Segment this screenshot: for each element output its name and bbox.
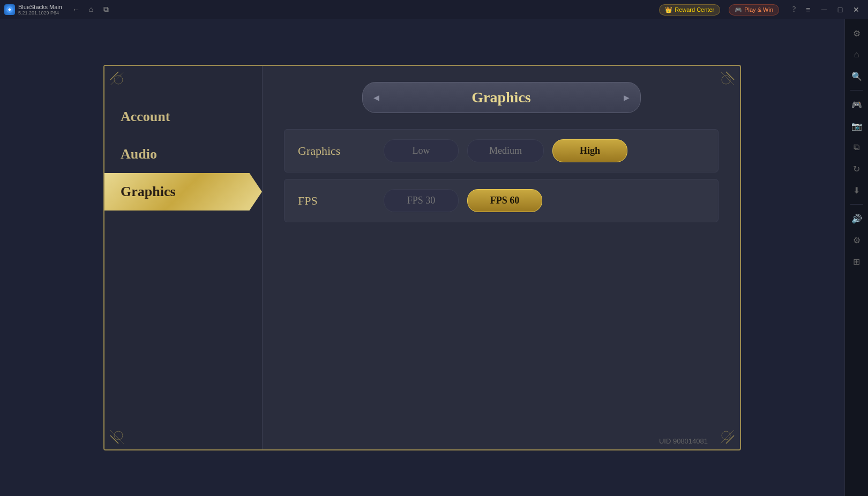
app-version-label: 5.21.201.1029 P64 [18, 10, 62, 16]
menu-button[interactable]: ≡ [800, 3, 815, 16]
corner-decoration-tl [108, 69, 129, 91]
fps-row: FPS FPS 30 FPS 60 [284, 179, 719, 222]
right-sidebar: ⚙ ⌂ 🔍 🎮 📷 ⧉ ↻ ⬇ 🔊 ⚙ ⊞ [844, 19, 868, 496]
fps-options: FPS 30 FPS 60 [384, 189, 542, 212]
graphics-quality-label: Graphics [298, 144, 362, 158]
title-arrow-left[interactable]: ◀ [373, 93, 379, 102]
sidebar-settings2-icon[interactable]: ⚙ [847, 230, 866, 250]
titlebar-center: 👑 Reward Center 🎮 Play & Win ? [659, 3, 800, 16]
sidebar-divider-1 [850, 90, 863, 91]
play-win-button[interactable]: 🎮 Play & Win [729, 4, 779, 16]
sidebar-gamepad-icon[interactable]: 🎮 [847, 95, 866, 114]
sidebar-grid-icon[interactable]: ⊞ [847, 252, 866, 271]
game-content: ◀ Graphics ▶ Graphics Low Medium High FP… [263, 66, 740, 449]
main-area: Account Audio Graphics ◀ Graphics ▶ Grap… [0, 19, 844, 496]
quality-low-button[interactable]: Low [384, 139, 459, 162]
sidebar-divider-2 [850, 204, 863, 205]
sidebar-volume-icon[interactable]: 🔊 [847, 209, 866, 228]
back-button[interactable]: ← [70, 3, 83, 16]
game-panel: Account Audio Graphics ◀ Graphics ▶ Grap… [103, 65, 741, 450]
corner-decoration-bl [108, 425, 129, 446]
play-win-label: Play & Win [744, 6, 773, 13]
duplicate-button[interactable]: ⧉ [100, 3, 113, 16]
home-button[interactable]: ⌂ [85, 3, 98, 16]
titlebar-controls: ≡ ─ □ ✕ [800, 3, 864, 16]
sidebar-search-icon[interactable]: 🔍 [847, 66, 866, 86]
titlebar: BlueStacks Main 5.21.201.1029 P64 ← ⌂ ⧉ … [0, 0, 868, 19]
minimize-button[interactable]: ─ [817, 3, 832, 16]
graphics-quality-row: Graphics Low Medium High [284, 129, 719, 172]
quality-medium-button[interactable]: Medium [467, 139, 544, 162]
app-title: BlueStacks Main 5.21.201.1029 P64 [18, 4, 62, 16]
sidebar-download-icon[interactable]: ⬇ [847, 181, 866, 200]
sidebar-camera-icon[interactable]: 📷 [847, 116, 866, 136]
sidebar-home-icon[interactable]: ⌂ [847, 45, 866, 64]
reward-center-button[interactable]: 👑 Reward Center [659, 4, 720, 16]
titlebar-left: BlueStacks Main 5.21.201.1029 P64 ← ⌂ ⧉ [4, 3, 659, 16]
reward-icon: 👑 [665, 6, 672, 13]
app-icon [4, 4, 15, 15]
nav-audio[interactable]: Audio [104, 136, 262, 173]
app-name-label: BlueStacks Main [18, 4, 62, 10]
titlebar-nav: ← ⌂ ⧉ [70, 3, 113, 16]
close-button[interactable]: ✕ [849, 3, 864, 16]
maximize-button[interactable]: □ [833, 3, 848, 16]
help-button[interactable]: ? [788, 3, 800, 16]
quality-options: Low Medium High [384, 139, 627, 162]
reward-center-label: Reward Center [675, 6, 714, 13]
uid-label: UID 908014081 [659, 437, 708, 445]
sidebar-settings-icon[interactable]: ⚙ [847, 24, 866, 43]
play-icon: 🎮 [735, 6, 742, 13]
nav-graphics[interactable]: Graphics [104, 173, 262, 211]
content-title: Graphics [472, 89, 530, 106]
fps30-button[interactable]: FPS 30 [384, 189, 459, 212]
game-sidebar: Account Audio Graphics [104, 66, 263, 449]
sidebar-refresh-icon[interactable]: ↻ [847, 159, 866, 178]
nav-account[interactable]: Account [104, 98, 262, 136]
content-title-bar: ◀ Graphics ▶ [284, 82, 719, 113]
sidebar-layers-icon[interactable]: ⧉ [847, 138, 866, 157]
fps60-button[interactable]: FPS 60 [467, 189, 542, 212]
title-pill: ◀ Graphics ▶ [362, 82, 641, 113]
quality-high-button[interactable]: High [552, 139, 627, 162]
title-arrow-right[interactable]: ▶ [624, 93, 630, 102]
fps-label: FPS [298, 194, 362, 208]
